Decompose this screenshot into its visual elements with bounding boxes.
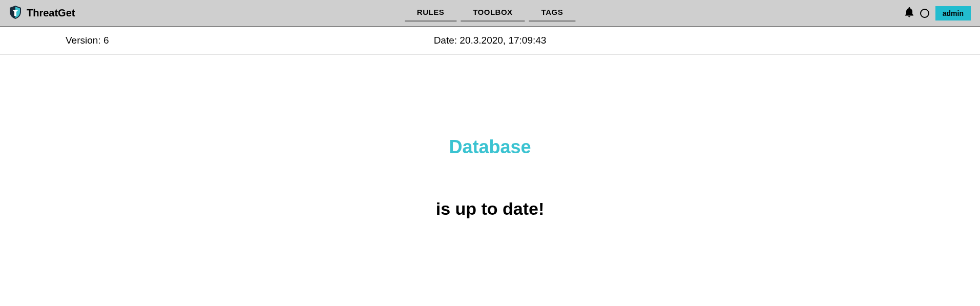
header-right: admin	[905, 6, 971, 21]
header-bar: ThreatGet RULES TOOLBOX TAGS admin	[0, 0, 980, 27]
date-text: Date: 20.3.2020, 17:09:43	[434, 35, 547, 46]
main-content: Database is up to date!	[0, 54, 980, 219]
info-bar: Version: 6 Date: 20.3.2020, 17:09:43	[0, 27, 980, 54]
status-title: Database	[0, 136, 980, 158]
nav-tabs: RULES TOOLBOX TAGS	[403, 5, 577, 22]
tab-tags[interactable]: TAGS	[529, 5, 576, 22]
app-title: ThreatGet	[27, 7, 75, 19]
status-message: is up to date!	[0, 199, 980, 219]
status-circle-icon[interactable]	[920, 9, 929, 18]
logo-wrap: ThreatGet	[9, 6, 75, 21]
user-button[interactable]: admin	[935, 6, 971, 21]
tab-rules[interactable]: RULES	[405, 5, 456, 22]
version-text: Version: 6	[66, 35, 109, 46]
shield-logo-icon	[9, 6, 22, 21]
bell-icon[interactable]	[905, 7, 914, 19]
tab-toolbox[interactable]: TOOLBOX	[461, 5, 525, 22]
